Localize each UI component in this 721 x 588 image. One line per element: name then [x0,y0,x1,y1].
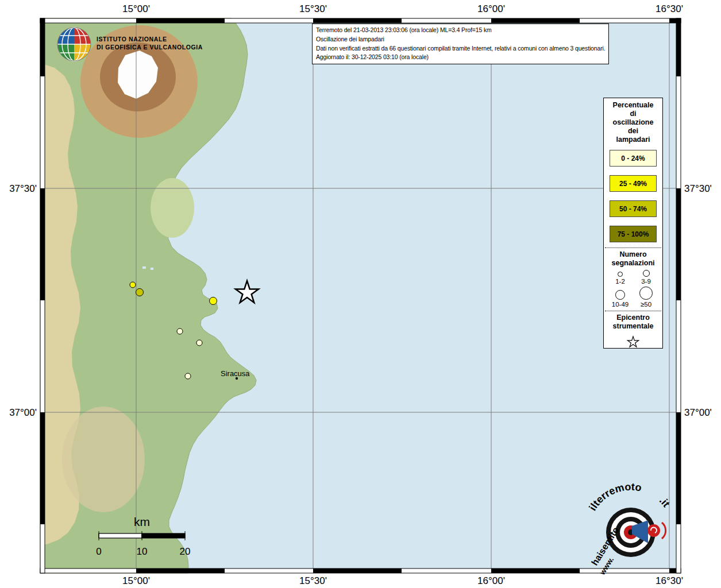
axis-right-37-00: 37°00' [684,407,712,418]
info-line-disclaimer: Dati non verificati estratti da 66 quest… [316,44,605,53]
legend-epicenter-star-icon [604,332,662,352]
legend-size-3-9: 3-9 [633,270,659,285]
size-circle-icon [618,272,623,277]
report-point [185,373,191,379]
legend-class-75-100: 75 - 100% [610,226,657,242]
report-point [177,328,183,334]
south-highlands [62,407,145,512]
info-line-parameter: Oscillazione dei lampadari [316,35,605,44]
axis-top-15-30: 15°30' [299,3,327,14]
report-point [130,282,136,288]
scale-unit-label: km [134,515,150,528]
axis-top-16-00: 16°00' [477,3,505,14]
legend-color-classes: 0 - 24% 25 - 49% 50 - 74% 75 - 100% [604,150,662,242]
ingv-name-line-1: ISTITUTO NAZIONALE [97,36,167,42]
legend-size-classes: 1-2 3-9 10-49 ≥50 [604,269,662,311]
ingv-logo [57,28,91,61]
info-line-updated: Aggiornato il: 30-12-2025 03:10 (ora loc… [316,53,605,62]
legend-class-25-49: 25 - 49% [610,175,657,192]
axis-bottom-16-30: 16°30' [656,575,683,586]
event-info-box: Terremoto del 21-03-2013 23:03:06 (ora l… [312,24,609,64]
legend-size-50plus: ≥50 [633,287,659,308]
report-point [196,340,202,346]
legend-title: Percentuale di oscillazione dei lampadar… [604,98,662,144]
macroseismic-map-page: Siracusa km 0 10 20 1 [0,0,721,588]
size-circle-icon [615,290,625,300]
legend-sizes-title: Numero segnalazioni [604,248,662,269]
info-line-event: Terremoto del 21-03-2013 23:03:06 (ora l… [316,26,605,35]
legend-size-1-2: 1-2 [607,270,633,285]
legend-size-10-49: 10-49 [607,287,633,308]
ingv-name-line-2: DI GEOFISICA E VULCANOLOGIA [97,44,203,51]
axis-left-37-30: 37°30' [9,183,37,194]
legend-panel: Percentuale di oscillazione dei lampadar… [603,98,663,349]
axis-bottom-16-00: 16°00' [477,575,505,586]
axis-bottom-15-30: 15°30' [299,575,327,586]
scale-tick-10: 10 [137,546,148,557]
scale-tick-20: 20 [180,546,191,557]
scale-tick-0: 0 [96,546,101,557]
axis-top-15-00: 15°00' [122,3,150,14]
siracusa-city-label: Siracusa [221,369,250,378]
axis-bottom-15-00: 15°00' [122,575,150,586]
legend-class-50-74: 50 - 74% [610,200,657,217]
size-circle-icon [639,287,653,300]
legend-class-0-24: 0 - 24% [610,150,657,167]
axis-left-37-00: 37°00' [9,407,37,418]
report-point [210,297,217,305]
report-point [136,289,144,296]
catania-plain [151,178,194,238]
size-circle-icon [643,270,650,277]
axis-top-16-30: 16°30' [656,3,683,14]
axis-right-37-30: 37°30' [684,183,712,194]
legend-epicenter-title: Epicentro strumentale [604,311,662,332]
